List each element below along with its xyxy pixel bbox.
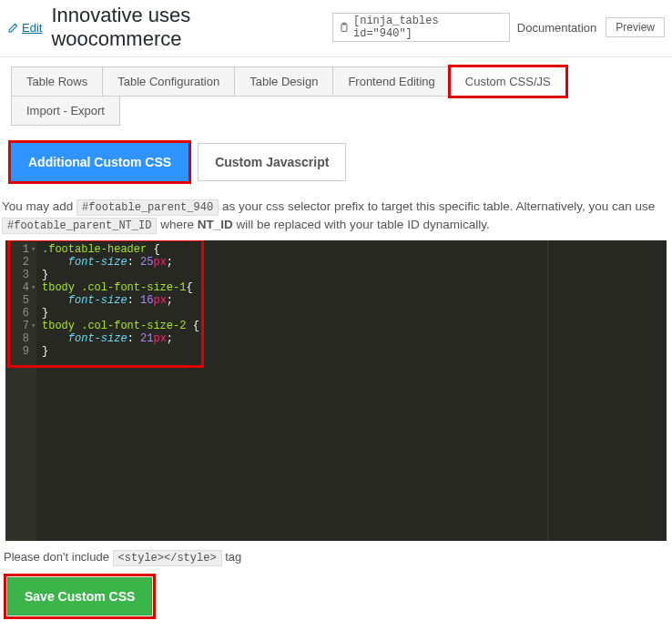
note-code: <style></style> (113, 550, 222, 566)
page-title: Innovative uses woocommerce (51, 4, 325, 51)
tab-import-export[interactable]: Import - Export (11, 96, 120, 126)
clipboard-icon (339, 21, 350, 34)
help-text: You may add #footable_parent_940 as your… (0, 190, 672, 240)
style-tag-note: Please don't include <style></style> tag (0, 541, 672, 577)
tab-table-design[interactable]: Table Design (234, 66, 333, 97)
help-selector-1: #footable_parent_940 (76, 199, 219, 216)
page-header: Edit Innovative uses woocommerce [ninja_… (0, 0, 672, 56)
note-after: tag (225, 550, 241, 564)
help-suffix-before: where (160, 218, 194, 231)
code-content[interactable]: .footable-header { font-size: 25px;}tbod… (36, 240, 205, 541)
preview-button[interactable]: Preview (606, 17, 665, 37)
editor-ruler (547, 240, 548, 541)
tab-frontend-editing[interactable]: Frontend Editing (332, 66, 450, 97)
help-selector-2: #footable_parent_NT_ID (2, 218, 157, 234)
edit-label: Edit (22, 21, 42, 35)
save-button[interactable]: Save Custom CSS (7, 577, 152, 616)
code-editor-wrap: 123456789 .footable-header { font-size: … (5, 240, 667, 541)
help-bold: NT_ID (198, 218, 233, 231)
subtab-custom-javascript[interactable]: Custom Javascript (198, 143, 346, 181)
subtab-additional-custom-css[interactable]: Additional Custom CSS (11, 143, 188, 181)
save-row: Save Custom CSS (0, 577, 672, 626)
shortcode-copy[interactable]: [ninja_tables id="940"] (332, 13, 510, 42)
help-mid: as your css selector prefix to target th… (222, 199, 655, 213)
divider (0, 56, 672, 57)
header-right: Documentation Preview (517, 17, 665, 37)
pencil-icon (7, 21, 20, 34)
edit-link[interactable]: Edit (7, 21, 42, 35)
documentation-link[interactable]: Documentation (517, 21, 596, 35)
sub-tabs: Additional Custom CSSCustom Javascript (0, 125, 672, 190)
code-gutter: 123456789 (5, 240, 36, 541)
help-suffix-after: will be replaced with your table ID dyna… (237, 218, 490, 231)
main-tabs: Table RowsTable ConfigurationTable Desig… (0, 66, 672, 125)
code-editor[interactable]: 123456789 .footable-header { font-size: … (5, 240, 667, 541)
tab-table-rows[interactable]: Table Rows (11, 66, 103, 97)
note-before: Please don't include (4, 550, 109, 564)
shortcode-text: [ninja_tables id="940"] (353, 15, 504, 40)
tab-custom-css-js[interactable]: Custom CSS/JS (450, 66, 566, 97)
svg-rect-0 (341, 24, 347, 31)
tab-table-configuration[interactable]: Table Configuration (102, 66, 235, 97)
help-prefix: You may add (2, 199, 73, 213)
